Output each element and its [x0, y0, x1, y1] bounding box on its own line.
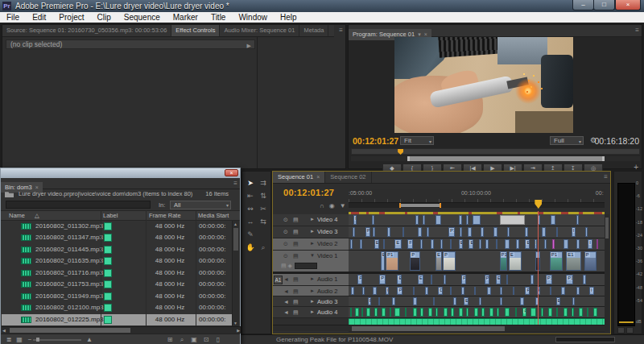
- zoom-level-dropdown[interactable]: Fit▾: [400, 136, 434, 145]
- bin-file-row[interactable]: 20160802_012225.mp348 000 Hz00:00:00:: [2, 314, 232, 325]
- toggle-track-output-eye-icon[interactable]: ⊙: [283, 253, 288, 259]
- track-header-audio-1[interactable]: A1◄▤►Audio 1: [273, 274, 349, 286]
- sync-lock-icon[interactable]: ▤: [293, 253, 299, 259]
- menu-file[interactable]: File: [0, 12, 26, 23]
- timeline-clip[interactable]: [459, 308, 463, 317]
- timeline-clip[interactable]: [418, 227, 422, 237]
- filter-dropdown[interactable]: All▾: [170, 201, 231, 209]
- collapse-track-toggle[interactable]: ►: [310, 241, 315, 246]
- timeline-clip[interactable]: [530, 308, 537, 317]
- timeline-clip[interactable]: E: [556, 297, 560, 305]
- timeline-clip[interactable]: [479, 239, 481, 249]
- timeline-clip[interactable]: E: [525, 239, 530, 249]
- timeline-clip[interactable]: I: [572, 227, 576, 237]
- timeline-clip[interactable]: [373, 227, 375, 237]
- track-header-video-3[interactable]: ⊙▤►Video 3: [273, 226, 349, 238]
- timeline-clip[interactable]: [479, 297, 481, 305]
- timeline-clip[interactable]: [466, 308, 469, 317]
- timeline-clip[interactable]: [487, 287, 491, 295]
- tab-sequence-01[interactable]: Sequence 01×: [273, 172, 325, 183]
- timeline-clip[interactable]: [362, 287, 365, 295]
- timeline-clip[interactable]: P1: [448, 227, 455, 237]
- slide-tool[interactable]: ⇆: [258, 217, 269, 227]
- timeline-clip[interactable]: P: [525, 287, 530, 295]
- work-area-segment[interactable]: [399, 204, 440, 207]
- timeline-clip[interactable]: [468, 227, 472, 237]
- timeline-clip[interactable]: P1: [546, 275, 552, 284]
- timeline-clip[interactable]: [440, 239, 443, 249]
- track-content-area[interactable]: EPP1IEEFE1EEEIEP1PEPP1EP1E1PPP1EEP1P1EP1…: [349, 214, 605, 332]
- track-lane-audio-1[interactable]: PP1EEP1P1EP1P1: [349, 274, 605, 286]
- sync-lock-icon[interactable]: ▤: [293, 309, 299, 316]
- automate-to-sequence-button[interactable]: ⊞: [165, 335, 175, 344]
- timeline-clip[interactable]: [450, 287, 452, 295]
- timeline-clip[interactable]: [451, 308, 454, 317]
- track-header-audio-2[interactable]: ◄▤►Audio 2: [273, 286, 349, 296]
- timeline-clip[interactable]: [461, 287, 464, 295]
- timeline-clip[interactable]: [466, 215, 469, 225]
- hand-tool[interactable]: ✋: [245, 242, 256, 253]
- timeline-clip[interactable]: [425, 287, 428, 295]
- timeline-clip[interactable]: P1: [386, 251, 398, 271]
- track-lane-video-2[interactable]: EEFE1EEEI: [349, 238, 605, 251]
- timeline-clip[interactable]: [507, 227, 510, 237]
- bin-file-row[interactable]: 20160802_011635.mp348 000 Hz00:00:00:: [2, 255, 232, 267]
- scrollbar-thumb[interactable]: [233, 228, 238, 251]
- scroll-up-icon[interactable]: ▲: [233, 222, 237, 226]
- panel-menu-icon[interactable]: ≡: [604, 173, 608, 180]
- timeline-clip[interactable]: [572, 297, 575, 305]
- panel-menu-icon[interactable]: ≡: [339, 27, 343, 34]
- chevron-down-icon[interactable]: ▾: [415, 31, 421, 37]
- timeline-clip[interactable]: [436, 215, 441, 225]
- track-header-video-2[interactable]: ⊙▤►Video 2: [273, 238, 349, 251]
- timeline-clip[interactable]: P1: [379, 275, 386, 284]
- scroll-right-icon[interactable]: ▶: [237, 328, 240, 333]
- timeline-vertical-scrollbar[interactable]: [605, 214, 609, 332]
- track-header-audio-4[interactable]: ◄▤►Audio 4: [273, 307, 349, 318]
- meter-button-right[interactable]: [626, 327, 634, 334]
- timeline-clip[interactable]: [548, 308, 552, 317]
- timeline-clip[interactable]: [394, 308, 399, 317]
- collapse-track-toggle[interactable]: ►: [310, 309, 315, 314]
- menu-sequence[interactable]: Sequence: [118, 12, 167, 23]
- rate-stretch-tool[interactable]: ↭: [245, 204, 256, 214]
- timeline-clip[interactable]: P: [522, 308, 526, 317]
- toggle-track-output-eye-icon[interactable]: ⊙: [283, 229, 288, 235]
- timeline-clip[interactable]: P1: [500, 251, 508, 271]
- timeline-clip[interactable]: [496, 239, 498, 249]
- timeline-clip[interactable]: [516, 239, 519, 249]
- tab-effect-controls[interactable]: Effect Controls: [171, 25, 220, 36]
- timeline-clip[interactable]: [392, 297, 395, 305]
- timeline-clip[interactable]: E: [397, 275, 402, 284]
- bin-window-titlebar[interactable]: [1, 168, 240, 178]
- timeline-clip[interactable]: [383, 239, 386, 249]
- track-lane-video-4[interactable]: E: [349, 214, 605, 226]
- timeline-clip[interactable]: [420, 308, 423, 317]
- timeline-clip[interactable]: E: [535, 239, 538, 249]
- tab-sequence-02[interactable]: Sequence 02: [325, 172, 371, 183]
- timeline-clip[interactable]: E: [381, 251, 385, 271]
- sync-lock-icon[interactable]: ▤: [293, 229, 299, 235]
- timeline-clip[interactable]: P: [410, 251, 420, 271]
- bin-horizontal-scrollbar[interactable]: ◀ ▶: [2, 326, 241, 334]
- work-area-bar[interactable]: [349, 203, 605, 208]
- timeline-horizontal-scrollbar[interactable]: [349, 325, 605, 331]
- timeline-clip[interactable]: E: [418, 275, 423, 284]
- timeline-clip[interactable]: [500, 287, 503, 295]
- sync-lock-icon[interactable]: ▤: [293, 241, 299, 247]
- toggle-track-output-eye-icon[interactable]: ⊙: [283, 217, 288, 223]
- timeline-clip[interactable]: [597, 239, 599, 249]
- work-area-end-bracket[interactable]: [440, 203, 441, 208]
- video-preview[interactable]: [394, 37, 573, 133]
- zoom-in-button[interactable]: ▲: [85, 335, 94, 344]
- timeline-clip[interactable]: I: [386, 287, 389, 295]
- timeline-clip[interactable]: [382, 308, 386, 317]
- timeline-clip[interactable]: [436, 308, 438, 317]
- collapse-track-toggle[interactable]: ►: [310, 276, 315, 281]
- collapse-track-toggle[interactable]: ▼: [310, 253, 315, 258]
- timeline-clip[interactable]: [390, 308, 392, 317]
- timeline-clip[interactable]: [353, 227, 355, 237]
- timeline-clip[interactable]: [413, 287, 415, 295]
- timeline-clip[interactable]: [550, 287, 552, 295]
- timeline-clip[interactable]: [420, 239, 423, 249]
